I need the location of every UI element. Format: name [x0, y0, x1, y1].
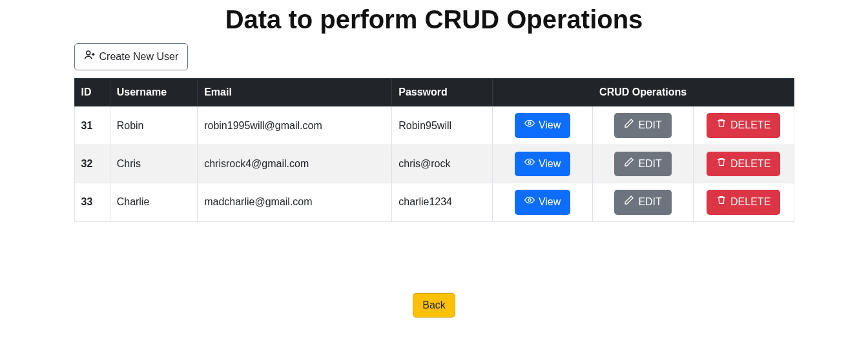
back-button[interactable]: Back	[413, 293, 455, 318]
view-button[interactable]: View	[515, 113, 570, 137]
pencil-icon	[624, 118, 634, 132]
svg-point-0	[86, 51, 90, 55]
cell-email: chrisrock4@gmail.com	[198, 145, 392, 183]
edit-button[interactable]: EDIT	[614, 152, 671, 176]
col-password: Password	[392, 79, 493, 106]
delete-button[interactable]: DELETE	[707, 113, 780, 137]
cell-email: madcharlie@gmail.com	[198, 183, 392, 221]
cell-username: Charlie	[110, 183, 197, 221]
user-plus-icon	[84, 49, 96, 65]
delete-label: DELETE	[730, 157, 770, 171]
svg-point-2	[528, 161, 531, 163]
table-row: 33Charliemadcharlie@gmail.comcharlie1234…	[74, 183, 794, 221]
table-header-row: ID Username Email Password CRUD Operatio…	[74, 79, 794, 106]
col-username: Username	[110, 79, 197, 106]
cell-username: Robin	[110, 106, 197, 145]
edit-button[interactable]: EDIT	[614, 113, 671, 137]
eye-icon	[524, 195, 535, 209]
trash-icon	[716, 118, 727, 132]
cell-username: Chris	[110, 145, 197, 183]
edit-label: EDIT	[638, 157, 661, 171]
page-title: Data to perform CRUD Operations	[74, 5, 794, 34]
table-row: 31Robinrobin1995will@gmail.comRobin95wil…	[74, 106, 794, 145]
col-operations: CRUD Operations	[492, 79, 794, 106]
create-user-label: Create New User	[99, 50, 179, 64]
create-user-button[interactable]: Create New User	[74, 43, 189, 70]
svg-point-3	[528, 199, 531, 201]
svg-point-1	[528, 122, 531, 125]
eye-icon	[524, 118, 535, 132]
cell-password: charlie1234	[392, 183, 493, 221]
edit-label: EDIT	[638, 118, 661, 132]
users-table: ID Username Email Password CRUD Operatio…	[74, 78, 794, 221]
trash-icon	[716, 157, 727, 171]
col-email: Email	[198, 79, 392, 106]
view-button[interactable]: View	[515, 190, 570, 214]
cell-email: robin1995will@gmail.com	[198, 106, 392, 145]
view-label: View	[539, 118, 561, 132]
table-row: 32Chrischrisrock4@gmail.comchris@rock Vi…	[74, 145, 794, 183]
view-button[interactable]: View	[515, 152, 570, 176]
edit-button[interactable]: EDIT	[614, 190, 671, 214]
delete-label: DELETE	[730, 118, 770, 132]
cell-password: Robin95will	[392, 106, 493, 145]
cell-id: 32	[74, 145, 110, 183]
pencil-icon	[624, 157, 634, 171]
delete-button[interactable]: DELETE	[707, 190, 780, 214]
trash-icon	[716, 195, 727, 209]
view-label: View	[539, 195, 561, 209]
delete-button[interactable]: DELETE	[707, 152, 780, 176]
eye-icon	[524, 157, 535, 171]
cell-password: chris@rock	[392, 145, 493, 183]
pencil-icon	[624, 195, 634, 209]
delete-label: DELETE	[730, 195, 770, 209]
edit-label: EDIT	[638, 195, 661, 209]
col-id: ID	[74, 79, 110, 106]
cell-id: 33	[74, 183, 110, 221]
view-label: View	[539, 157, 561, 171]
cell-id: 31	[74, 106, 110, 145]
